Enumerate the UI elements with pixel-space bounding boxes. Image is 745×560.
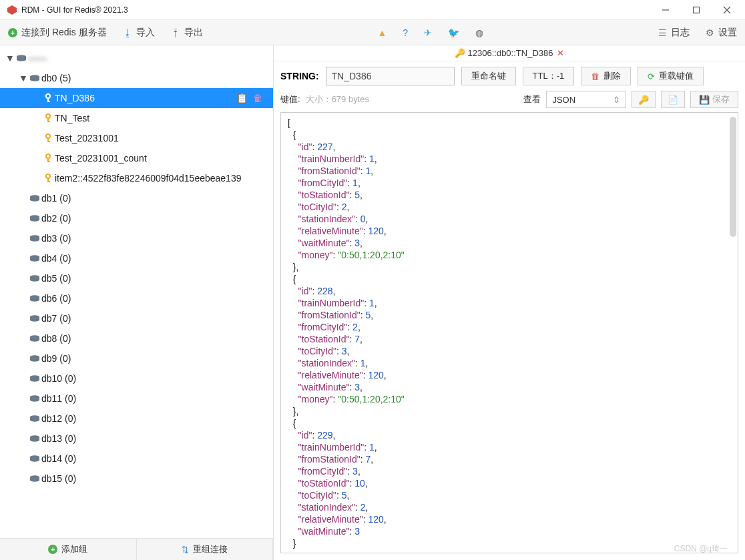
tree-label: TN_D386 (55, 93, 95, 103)
add-group-button[interactable]: + 添加组 (0, 539, 137, 560)
tree-label: db7 (0) (41, 313, 71, 324)
svg-rect-21 (47, 181, 50, 182)
value-label: 键值: (280, 93, 300, 105)
tree-item[interactable]: db15 (0) (0, 469, 273, 489)
regroup-button[interactable]: ⇅ 重组连接 (137, 539, 274, 560)
tree-label: db11 (0) (41, 393, 76, 404)
watermark: CSDN @q琦一 (674, 543, 728, 555)
copy-icon[interactable]: 📋 (236, 93, 248, 103)
save-icon: 💾 (699, 95, 710, 105)
svg-point-7 (46, 94, 50, 98)
tree-label: db0 (5) (41, 73, 71, 83)
tab-close-icon[interactable]: ✕ (557, 48, 564, 58)
tree-item[interactable]: item2::4522f83fe82246009f04d15eebeae139 (0, 168, 273, 188)
help-icon[interactable]: ? (403, 27, 408, 38)
copy-value-button[interactable]: 📄 (661, 91, 685, 108)
tree-item[interactable]: ▼—— (0, 48, 273, 68)
tree-item[interactable]: db9 (0) (0, 348, 273, 368)
tree-label: db5 (0) (41, 273, 71, 284)
reload-button[interactable]: ⟳重载键值 (638, 67, 704, 85)
format-value: JSON (552, 95, 575, 105)
tree-item[interactable]: db13 (0) (0, 429, 273, 449)
rename-button[interactable]: 重命名键 (461, 67, 516, 85)
connect-label: 连接到 Redis 服务器 (21, 27, 107, 39)
tree-icon (28, 295, 41, 302)
tree-key-selected[interactable]: TN_D386📋🗑 (0, 88, 273, 108)
key-tab-icon: 🔑 (455, 48, 465, 58)
delete-label: 删除 (603, 70, 621, 82)
tab-prefix: 12306::db0:: (468, 48, 516, 58)
tree-item[interactable]: db14 (0) (0, 449, 273, 469)
tree-label: db15 (0) (41, 473, 76, 484)
plus-icon: + (8, 28, 17, 37)
tree-item[interactable]: Test_20231001 (0, 128, 273, 148)
tree-icon (28, 395, 41, 402)
warning-icon[interactable]: ▲ (377, 27, 387, 38)
tree-label: db8 (0) (41, 333, 71, 344)
tree-item[interactable]: db10 (0) (0, 368, 273, 388)
tree-item[interactable]: db3 (0) (0, 228, 273, 248)
reload-label: 重载键值 (659, 70, 694, 82)
tree-item[interactable]: db2 (0) (0, 208, 273, 228)
svg-point-16 (46, 154, 50, 158)
settings-button[interactable]: ⚙ 设置 (706, 27, 737, 39)
delete-button[interactable]: 🗑删除 (581, 67, 631, 85)
tree-item[interactable]: db11 (0) (0, 388, 273, 408)
tree-icon (28, 215, 41, 222)
tree-item[interactable]: TN_Test (0, 108, 273, 128)
plus-icon: + (48, 545, 57, 554)
tree-label: —— (28, 53, 47, 63)
import-icon: ⭳ (123, 27, 132, 38)
twisty-icon: ▼ (19, 73, 28, 83)
tree-item[interactable]: db1 (0) (0, 188, 273, 208)
svg-rect-18 (47, 161, 50, 162)
tab-bar: 🔑 12306::db0::TN_D386 ✕ (274, 45, 745, 61)
tree-item[interactable]: db12 (0) (0, 408, 273, 429)
tree-label: Test_20231001_count (55, 153, 147, 164)
log-button[interactable]: ☰ 日志 (658, 27, 690, 39)
tree-label: Test_20231001 (55, 133, 119, 144)
tree-icon (28, 275, 41, 282)
github-icon[interactable]: ◍ (475, 27, 483, 38)
tree-item[interactable]: db6 (0) (0, 288, 273, 308)
tree-label: db2 (0) (41, 213, 71, 224)
regroup-label: 重组连接 (193, 543, 228, 555)
tree-item[interactable]: db4 (0) (0, 248, 273, 268)
twitter-icon[interactable]: 🐦 (448, 27, 459, 38)
tree-item[interactable]: db5 (0) (0, 268, 273, 288)
window-maximize-button[interactable] (681, 0, 712, 20)
window-close-button[interactable] (712, 0, 742, 20)
telegram-icon[interactable]: ✈ (424, 27, 432, 38)
ttl-button[interactable]: TTL：-1 (523, 67, 575, 85)
tree-icon (41, 93, 55, 103)
tree-item[interactable]: ▼db0 (5) (0, 68, 273, 88)
copy-key-button[interactable]: 🔑 (632, 91, 656, 108)
svg-point-19 (46, 174, 50, 178)
connect-button[interactable]: + 连接到 Redis 服务器 (8, 27, 107, 39)
scrollbar-thumb[interactable] (730, 117, 736, 237)
tree-item[interactable]: db8 (0) (0, 328, 273, 348)
key-icon: 🔑 (638, 95, 649, 105)
tree-label: TN_Test (55, 113, 89, 123)
tree: ▼——▼db0 (5)TN_D386📋🗑TN_TestTest_20231001… (0, 45, 273, 538)
tree-label: db1 (0) (41, 193, 71, 204)
import-label: 导入 (136, 27, 155, 39)
value-editor[interactable]: [ { "id": 227, "trainNumberId": 1, "from… (280, 112, 738, 553)
export-label: 导出 (184, 27, 203, 39)
export-button[interactable]: ⭱ 导出 (171, 27, 203, 39)
svg-point-13 (46, 134, 50, 138)
save-button[interactable]: 💾 保存 (690, 91, 738, 108)
svg-rect-15 (47, 141, 50, 142)
key-name-input[interactable] (326, 67, 455, 85)
tree-item[interactable]: Test_20231001_count (0, 148, 273, 168)
import-button[interactable]: ⭳ 导入 (123, 27, 155, 39)
format-select[interactable]: JSON ⇕ (546, 91, 626, 108)
key-panel: 🔑 12306::db0::TN_D386 ✕ STRING: 重命名键 TTL… (274, 45, 745, 560)
rename-label: 重命名键 (471, 70, 506, 82)
tree-item[interactable]: db7 (0) (0, 308, 273, 328)
tree-icon (28, 355, 41, 362)
regroup-icon: ⇅ (182, 545, 189, 555)
titlebar: RDM - GUI for Redis® 2021.3 (0, 0, 745, 20)
window-minimize-button[interactable] (650, 0, 681, 20)
trash-icon[interactable]: 🗑 (253, 93, 262, 103)
